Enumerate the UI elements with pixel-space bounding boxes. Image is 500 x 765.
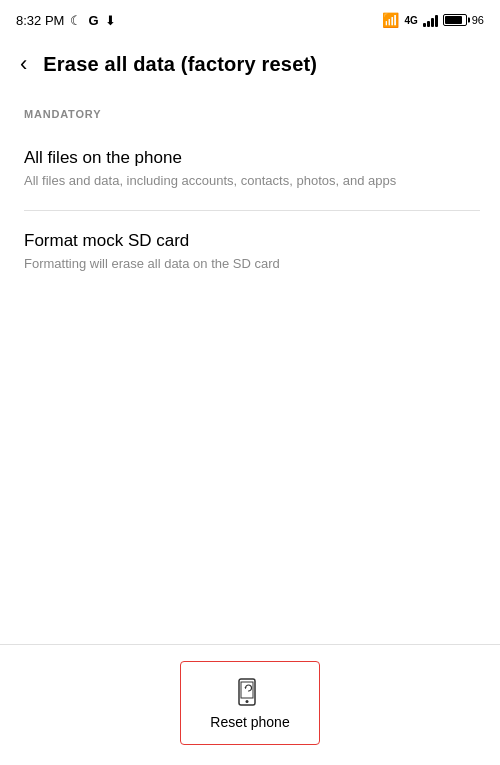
setting-title-sdcard: Format mock SD card: [24, 231, 476, 251]
reset-phone-icon: [234, 676, 266, 708]
battery-icon: [443, 14, 467, 26]
status-time-area: 8:32 PM ☾ G ⬇: [16, 13, 116, 28]
main-content: MANDATORY All files on the phone All fil…: [0, 92, 500, 309]
svg-point-2: [246, 700, 249, 703]
setting-desc-sdcard: Formatting will erase all data on the SD…: [24, 255, 476, 273]
setting-desc-files: All files and data, including accounts, …: [24, 172, 476, 190]
status-icons-area: 📶 4G 96: [382, 12, 484, 28]
time-display: 8:32 PM: [16, 13, 64, 28]
lte-icon: 4G: [404, 15, 417, 26]
toolbar: ‹ Erase all data (factory reset): [0, 36, 500, 92]
signal-bars-icon: [423, 14, 438, 27]
back-button[interactable]: ‹: [16, 47, 31, 81]
setting-item-sdcard: Format mock SD card Formatting will eras…: [20, 219, 480, 285]
back-arrow-icon: ‹: [20, 51, 27, 77]
wifi-icon: 📶: [382, 12, 399, 28]
google-icon: G: [88, 13, 98, 28]
download-icon: ⬇: [105, 13, 116, 28]
bottom-action-area: Reset phone: [0, 644, 500, 765]
setting-item-files: All files on the phone All files and dat…: [20, 136, 480, 202]
reset-phone-label: Reset phone: [210, 714, 289, 730]
reset-phone-button[interactable]: Reset phone: [180, 661, 320, 745]
moon-icon: ☾: [70, 13, 82, 28]
battery-label: 96: [472, 14, 484, 26]
status-bar: 8:32 PM ☾ G ⬇ 📶 4G 96: [0, 0, 500, 36]
page-title: Erase all data (factory reset): [43, 53, 317, 76]
divider-1: [24, 210, 480, 211]
setting-title-files: All files on the phone: [24, 148, 476, 168]
svg-marker-3: [245, 687, 247, 689]
section-label: MANDATORY: [20, 108, 480, 120]
